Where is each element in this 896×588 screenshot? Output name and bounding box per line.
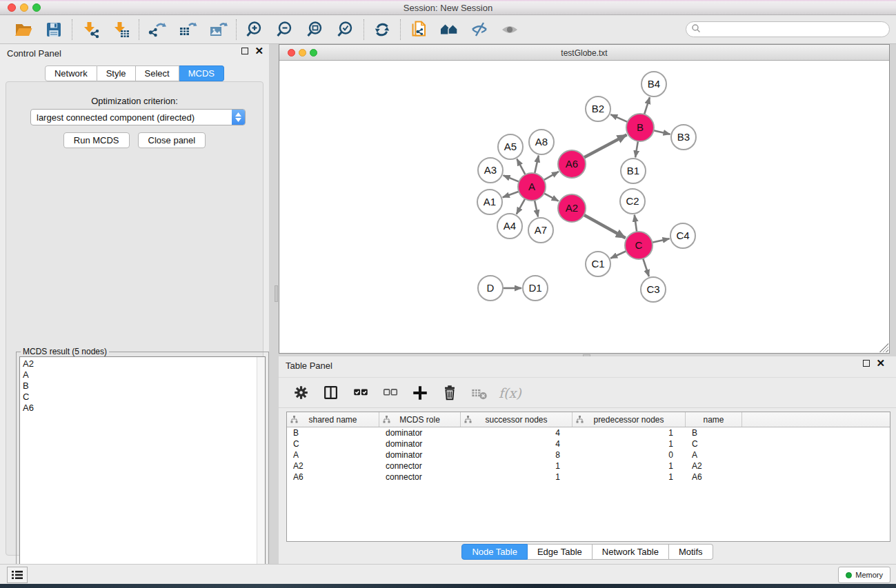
table-row[interactable]: Bdominator41B — [287, 427, 890, 438]
column-header-name[interactable]: name — [686, 412, 742, 427]
deselect-all-rows-button[interactable] — [380, 383, 401, 403]
close-panel-button[interactable]: Close panel — [138, 132, 206, 148]
edge-A6-B[interactable] — [584, 134, 627, 157]
add-column-button[interactable] — [410, 383, 430, 403]
mcds-result-item[interactable]: B — [23, 381, 265, 392]
edge-A-A5[interactable] — [517, 159, 525, 175]
edge-C-C2[interactable] — [635, 215, 637, 232]
cell-shared-name[interactable]: A6 — [287, 472, 379, 483]
edge-B-B4[interactable] — [644, 97, 650, 114]
edge-A-A3[interactable] — [504, 175, 519, 181]
task-history-button[interactable] — [7, 567, 28, 583]
cell-name[interactable]: A2 — [686, 460, 742, 472]
node-A1[interactable]: A1 — [477, 190, 502, 214]
hide-graphics-details-button[interactable] — [468, 19, 490, 41]
tab-network[interactable]: Network — [45, 65, 97, 81]
cell-MCDS-role[interactable]: dominator — [379, 449, 461, 460]
refresh-network-button[interactable] — [371, 19, 393, 41]
resize-grip[interactable] — [879, 343, 888, 352]
mcds-result-list[interactable]: A2ABCA6 — [19, 356, 266, 586]
tab-motifs[interactable]: Motifs — [669, 544, 713, 560]
home-layout-button[interactable] — [438, 19, 460, 41]
mcds-result-item[interactable]: A2 — [23, 358, 265, 369]
edge-B-B2[interactable] — [610, 114, 627, 122]
export-network-button[interactable] — [146, 19, 168, 41]
node-A[interactable]: A — [518, 173, 546, 201]
save-session-button[interactable] — [43, 19, 65, 41]
export-image-button[interactable] — [207, 19, 229, 41]
edge-A-A8[interactable] — [535, 156, 539, 174]
cell-shared-name[interactable]: B — [287, 427, 379, 438]
cell-name[interactable]: C — [686, 438, 742, 449]
table-settings-gear-button[interactable] — [291, 383, 312, 403]
node-B2[interactable]: B2 — [586, 97, 610, 121]
node-A2[interactable]: A2 — [558, 194, 586, 222]
node-B3[interactable]: B3 — [671, 125, 696, 150]
edge-C-C4[interactable] — [653, 239, 670, 242]
show-graphics-details-button[interactable] — [499, 19, 521, 41]
tab-edge-table[interactable]: Edge Table — [528, 544, 593, 560]
node-D1[interactable]: D1 — [523, 276, 548, 301]
edge-A2-C[interactable] — [584, 215, 626, 239]
network-graph[interactable]: B4 B2 B B3 A5 A8 A6 A3 B1 A A1 C2 A2 A4 … — [279, 61, 889, 353]
node-C3[interactable]: C3 — [641, 277, 666, 302]
edge-C-C1[interactable] — [610, 251, 626, 258]
cell-shared-name[interactable]: C — [287, 438, 379, 449]
node-A6[interactable]: A6 — [558, 150, 586, 178]
mcds-result-item[interactable]: C — [23, 392, 265, 403]
table-close-panel-icon[interactable]: ✕ — [876, 360, 885, 367]
tab-node-table[interactable]: Node Table — [461, 544, 528, 560]
network-canvas[interactable]: B4 B2 B B3 A5 A8 A6 A3 B1 A A1 C2 A2 A4 … — [279, 61, 889, 353]
tab-select[interactable]: Select — [136, 65, 179, 81]
cell-MCDS-role[interactable]: connector — [379, 472, 461, 483]
node-A4[interactable]: A4 — [497, 214, 522, 239]
column-header-successor-nodes[interactable]: successor nodes — [461, 412, 573, 427]
node-A7[interactable]: A7 — [528, 218, 553, 243]
node-C2[interactable]: C2 — [620, 189, 645, 214]
column-header-predecessor-nodes[interactable]: predecessor nodes — [573, 412, 686, 427]
cell-successor-nodes[interactable]: 1 — [461, 460, 573, 472]
node-B4[interactable]: B4 — [641, 72, 666, 97]
table-row[interactable]: Cdominator41C — [287, 438, 890, 449]
edge-C-C3[interactable] — [643, 258, 649, 276]
tab-network-table[interactable]: Network Table — [593, 544, 669, 560]
node-B[interactable]: B — [626, 114, 654, 141]
column-selector-button[interactable] — [321, 383, 341, 403]
edge-A-A6[interactable] — [544, 172, 559, 180]
table-float-panel-icon[interactable] — [863, 360, 870, 367]
cell-successor-nodes[interactable]: 4 — [461, 427, 573, 438]
edge-B-B3[interactable] — [654, 130, 670, 134]
desktop-vertical-scrollbar[interactable] — [275, 285, 278, 302]
close-panel-icon[interactable]: ✕ — [255, 48, 263, 54]
edge-B-B1[interactable] — [635, 141, 638, 157]
cell-name[interactable]: A6 — [686, 472, 742, 483]
node-C4[interactable]: C4 — [670, 223, 695, 248]
tab-mcds[interactable]: MCDS — [179, 65, 224, 81]
edge-A-A2[interactable] — [544, 193, 559, 201]
network-view-window[interactable]: testGlobe.txt B4 B2 B B3 A5 A8 A6 A3 B1 … — [279, 44, 890, 354]
cell-MCDS-role[interactable]: connector — [379, 460, 461, 472]
import-table-button[interactable] — [110, 19, 132, 41]
node-table[interactable]: shared nameMCDS rolesuccessor nodesprede… — [286, 412, 890, 542]
edge-A-A7[interactable] — [535, 201, 538, 217]
node-B1[interactable]: B1 — [621, 159, 646, 183]
edge-A-A1[interactable] — [503, 192, 519, 197]
node-A5[interactable]: A5 — [498, 134, 523, 159]
delete-column-trash-button[interactable] — [439, 383, 460, 403]
optimization-criterion-dropdown[interactable]: largest connected component (directed) — [30, 109, 246, 125]
node-D[interactable]: D — [478, 276, 503, 301]
network-from-selection-button[interactable] — [408, 19, 430, 41]
zoom-selected-button[interactable] — [335, 19, 357, 41]
zoom-fit-button[interactable] — [304, 19, 326, 41]
cell-name[interactable]: B — [686, 427, 742, 438]
dropdown-stepper-icon[interactable] — [232, 110, 245, 125]
cell-name[interactable]: A — [686, 449, 742, 460]
select-all-rows-button[interactable] — [350, 383, 371, 403]
search-field[interactable] — [686, 21, 890, 37]
memory-button[interactable]: Memory — [838, 567, 890, 583]
export-table-button[interactable] — [177, 19, 199, 41]
table-row[interactable]: Adominator80A — [287, 449, 890, 460]
zoom-in-button[interactable] — [243, 19, 266, 41]
search-input[interactable] — [701, 25, 889, 34]
cell-predecessor-nodes[interactable]: 1 — [573, 472, 686, 483]
